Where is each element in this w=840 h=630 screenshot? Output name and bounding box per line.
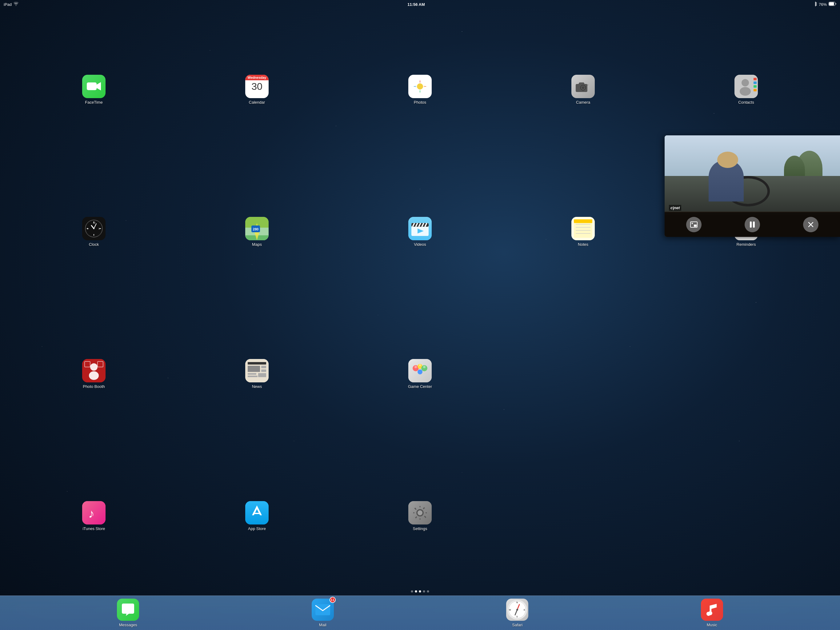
clock-icon: 12 3 9 [82, 217, 106, 240]
maps-label: Maps [252, 242, 262, 247]
calendar-day: 30 [251, 80, 262, 93]
app-grid: FaceTime Wednesday 30 Calendar [0, 12, 391, 293]
wifi-icon [14, 2, 19, 7]
facetime-icon [82, 75, 106, 98]
app-clock[interactable]: 12 3 9 Clock [12, 161, 175, 293]
status-bar: iPad 11:56 AM 76% [0, 0, 391, 9]
app-videos[interactable]: Videos [338, 161, 391, 293]
app-maps[interactable]: 280 Maps [175, 161, 338, 293]
svg-text:12: 12 [93, 222, 95, 224]
app-calendar[interactable]: Wednesday 30 Calendar [175, 19, 338, 161]
svg-text:9: 9 [87, 227, 88, 230]
calendar-label: Calendar [249, 100, 265, 104]
svg-point-26 [93, 228, 95, 229]
clock-label: Clock [89, 242, 99, 247]
facetime-label: FaceTime [85, 100, 103, 104]
status-left: iPad [4, 2, 19, 7]
carrier-label: iPad [4, 2, 12, 7]
svg-rect-2 [87, 82, 96, 90]
app-photos[interactable]: Photos [338, 19, 391, 161]
calendar-weekday: Wednesday [245, 75, 268, 80]
svg-text:280: 280 [253, 227, 259, 231]
maps-icon: 280 [245, 217, 268, 240]
calendar-icon: Wednesday 30 [245, 75, 268, 98]
app-facetime[interactable]: FaceTime [12, 19, 175, 161]
wallpaper: iPad 11:56 AM 76% [0, 0, 391, 293]
svg-text:3: 3 [98, 227, 100, 230]
